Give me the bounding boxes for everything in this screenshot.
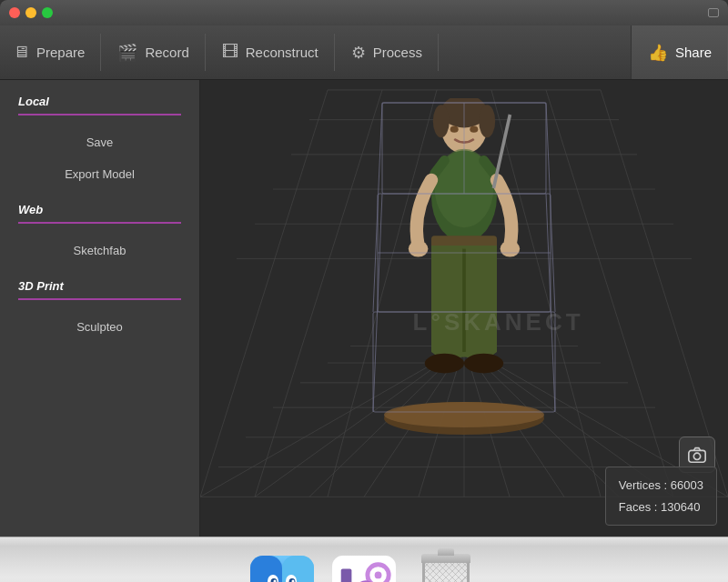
sidebar-item-export-model[interactable]: Export Model (0, 158, 199, 190)
sidebar: Local Save Export Model Web Sketchfab 3D… (0, 80, 200, 537)
record-icon: 🎬 (117, 43, 137, 63)
tab-share[interactable]: 👍 Share (631, 25, 728, 79)
trash-mesh (425, 563, 467, 583)
trash-body (422, 563, 470, 583)
vertices-stat: Vertices : 66003 (619, 475, 703, 496)
share-label: Share (675, 45, 712, 60)
close-button[interactable] (9, 7, 20, 18)
section-web-divider (18, 222, 181, 224)
tab-prepare[interactable]: 🖥 Prepare (0, 25, 101, 79)
svg-point-47 (470, 126, 478, 133)
reconstruct-label: Reconstruct (246, 45, 318, 60)
svg-line-28 (546, 90, 673, 497)
maximize-button[interactable] (42, 7, 53, 18)
titlebar (0, 0, 728, 25)
svg-point-32 (433, 105, 450, 137)
section-local-divider (18, 114, 181, 115)
process-label: Process (373, 45, 422, 60)
trash-lid (421, 554, 470, 563)
dock-icon-trash[interactable] (414, 556, 478, 583)
svg-point-43 (425, 354, 464, 374)
record-label: Record (145, 45, 188, 60)
process-icon: ⚙ (351, 43, 366, 63)
svg-rect-60 (689, 450, 705, 462)
expand-icon[interactable] (708, 8, 719, 17)
viewport: L°SKANECT Vertices : 66003 Faces : 13064… (200, 80, 728, 537)
dock-area (0, 537, 728, 582)
svg-line-25 (255, 90, 382, 497)
faces-label: Faces : (619, 500, 658, 514)
dock-icon-finder[interactable] (250, 556, 314, 583)
trash-container (419, 554, 473, 583)
reconstruct-icon: 🎞 (222, 43, 238, 62)
svg-point-61 (693, 453, 700, 459)
prepare-icon: 🖥 (13, 43, 29, 62)
svg-point-39 (409, 241, 429, 257)
traffic-lights (9, 7, 53, 18)
sidebar-item-sketchfab[interactable]: Sketchfab (0, 235, 199, 266)
svg-rect-75 (341, 568, 352, 582)
section-gap-1 (0, 190, 199, 203)
tab-process[interactable]: ⚙ Process (335, 25, 439, 79)
faces-stat: Faces : 130640 (619, 497, 703, 517)
tab-reconstruct[interactable]: 🎞 Reconstruct (206, 25, 335, 79)
faces-value: 130640 (661, 500, 700, 514)
svg-point-46 (450, 126, 459, 133)
minimize-button[interactable] (25, 7, 36, 18)
svg-point-49 (384, 402, 544, 427)
svg-point-78 (375, 571, 382, 578)
section-web: Web Sketchfab (0, 203, 199, 266)
section-3dprint-title: 3D Print (0, 279, 199, 298)
tab-record[interactable]: 🎬 Record (101, 25, 205, 79)
finder-icon (250, 556, 314, 583)
skanect-app-icon (332, 555, 396, 583)
toolbar: 🖥 Prepare 🎬 Record 🎞 Reconstruct ⚙ Proce… (0, 25, 728, 80)
section-local-title: Local (0, 95, 199, 114)
svg-line-24 (200, 90, 328, 497)
section-3dprint-divider (18, 298, 181, 300)
sidebar-item-sculpteo[interactable]: Sculpteo (0, 311, 199, 343)
dock-icon-skanect[interactable] (332, 556, 396, 583)
section-web-title: Web (0, 203, 199, 222)
stats-overlay: Vertices : 66003 Faces : 130640 (605, 467, 717, 526)
sidebar-item-save[interactable]: Save (0, 126, 199, 158)
window: 🖥 Prepare 🎬 Record 🎞 Reconstruct ⚙ Proce… (0, 0, 728, 537)
platform (382, 400, 546, 436)
dock-shelf (0, 537, 728, 547)
main-content: Local Save Export Model Web Sketchfab 3D… (0, 80, 728, 537)
svg-point-44 (464, 354, 503, 374)
prepare-label: Prepare (36, 45, 85, 60)
camera-icon (687, 445, 707, 465)
section-3dprint: 3D Print Sculpteo (0, 279, 199, 343)
share-icon: 👍 (648, 43, 668, 63)
person-figure (373, 98, 555, 426)
section-local: Local Save Export Model (0, 95, 199, 190)
vertices-label: Vertices : (619, 478, 667, 492)
vertices-value: 66003 (671, 478, 703, 492)
svg-point-33 (479, 105, 495, 137)
svg-point-40 (500, 241, 521, 257)
section-gap-2 (0, 266, 199, 279)
